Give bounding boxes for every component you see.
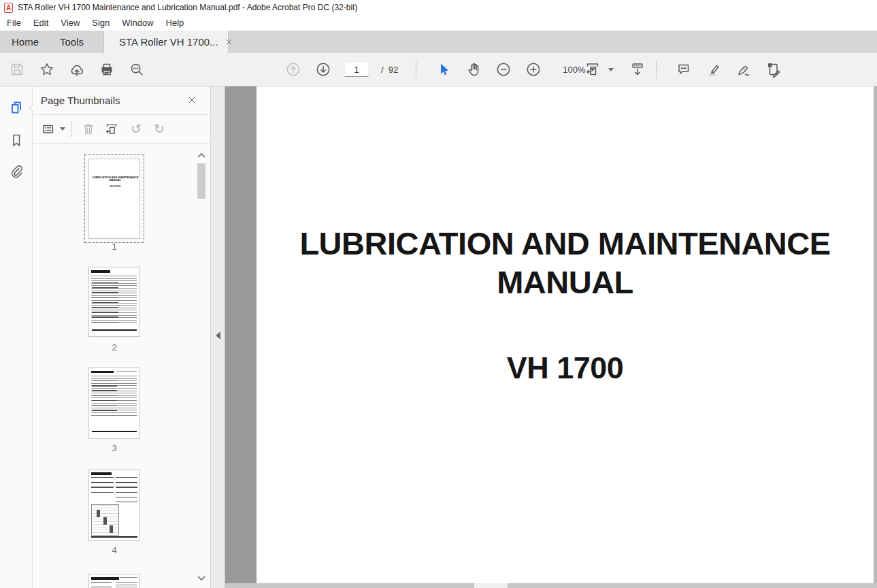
bookmarks-icon[interactable] <box>5 129 28 152</box>
hand-tool-icon[interactable] <box>462 58 485 81</box>
thumbnail-page-5[interactable] <box>88 574 140 588</box>
panel-scrollbar-thumb[interactable] <box>197 163 205 199</box>
panel-header: Page Thumbnails <box>33 86 210 114</box>
mini-doc-title: LUBRICATION AND MAINTENANCE MANUAL <box>89 176 142 182</box>
thumbnail-page-1-preview: LUBRICATION AND MAINTENANCE MANUAL VH 17… <box>88 159 140 239</box>
document-page[interactable]: LUBRICATION AND MAINTENANCE MANUAL VH 17… <box>257 86 874 583</box>
acrobat-app-icon <box>4 3 13 13</box>
thumbnail-page-2[interactable] <box>88 267 140 337</box>
rotate-ccw-icon[interactable]: ↺ <box>126 119 146 140</box>
edit-pdf-icon[interactable] <box>762 58 785 81</box>
navigation-rail <box>0 86 33 588</box>
collapse-panel-icon[interactable] <box>216 331 220 340</box>
thumbnail-label-1: 1 <box>33 242 196 252</box>
attachments-icon[interactable] <box>5 160 28 183</box>
thumbnail-list: LUBRICATION AND MAINTENANCE MANUAL VH 17… <box>33 144 211 588</box>
body: Page Thumbnails ↺ <box>0 86 877 588</box>
tab-document[interactable]: STA Roller VH 1700... <box>103 31 229 53</box>
thumbnail-page-1[interactable]: LUBRICATION AND MAINTENANCE MANUAL VH 17… <box>84 154 144 243</box>
tab-bar: Home Tools STA Roller VH 1700... <box>0 31 877 53</box>
thumbnail-label-4: 4 <box>33 545 196 555</box>
scroll-down-icon[interactable] <box>196 573 207 581</box>
chevron-down-icon[interactable] <box>60 127 65 131</box>
thumbnails-toolbar: ↺ ↻ <box>38 115 205 143</box>
comment-icon[interactable] <box>672 58 695 81</box>
title-bar: STA Roller VH 1700 Maintenance and Lubri… <box>0 0 877 15</box>
scroll-mode-icon[interactable] <box>626 58 649 81</box>
highlight-icon[interactable] <box>702 58 725 81</box>
panel-title: Page Thumbnails <box>41 95 120 106</box>
zoom-in-icon[interactable] <box>522 58 545 81</box>
menu-help[interactable]: Help <box>160 16 191 29</box>
toolbar-divider <box>656 61 657 79</box>
tab-tools[interactable]: Tools <box>60 31 84 53</box>
zoom-out-icon[interactable] <box>492 58 515 81</box>
options-icon[interactable] <box>38 119 59 140</box>
fit-width-icon[interactable] <box>581 58 604 81</box>
tab-home[interactable]: Home <box>12 31 39 53</box>
page-count-label: / 92 <box>381 65 398 75</box>
thumbnail-label-2: 2 <box>33 342 196 353</box>
tab-close-icon[interactable] <box>225 37 233 48</box>
tab-document-label: STA Roller VH 1700... <box>119 36 218 48</box>
crop-pages-icon[interactable] <box>101 119 122 140</box>
chevron-down-icon[interactable] <box>608 68 614 71</box>
panel-close-icon[interactable] <box>184 92 200 108</box>
menu-view[interactable]: View <box>54 16 86 29</box>
upload-cloud-icon[interactable] <box>65 58 88 81</box>
thumbnail-page-4[interactable] <box>88 470 140 541</box>
search-icon[interactable] <box>125 58 148 81</box>
menu-window[interactable]: Window <box>116 16 159 29</box>
previous-page-icon[interactable] <box>282 58 305 81</box>
menu-sign[interactable]: Sign <box>86 16 116 29</box>
print-icon[interactable] <box>95 58 118 81</box>
page-number-input[interactable] <box>344 62 369 77</box>
menu-bar: File Edit View Sign Window Help <box>0 15 877 31</box>
toolbar-divider <box>416 61 416 79</box>
document-title: LUBRICATION AND MAINTENANCE MANUAL <box>278 224 853 301</box>
rotate-cw-icon[interactable]: ↻ <box>149 119 169 140</box>
star-favorites-icon[interactable] <box>35 58 59 81</box>
menu-file[interactable]: File <box>1 16 27 29</box>
vertical-scrollbar[interactable] <box>874 86 877 583</box>
select-tool-icon[interactable] <box>432 58 455 81</box>
horizontal-scrollbar[interactable] <box>225 583 877 588</box>
page-thumbnails-icon[interactable] <box>5 96 28 119</box>
thumbnail-page-3[interactable] <box>88 368 140 439</box>
main-toolbar: / 92 100% <box>0 53 877 86</box>
acrobat-window: STA Roller VH 1700 Maintenance and Lubri… <box>0 0 877 588</box>
fill-sign-icon[interactable] <box>732 58 755 81</box>
page-thumbnails-panel: Page Thumbnails ↺ <box>33 86 211 588</box>
divider <box>71 121 72 137</box>
mini-doc-model: VH 1700 <box>89 185 142 189</box>
panel-splitter[interactable] <box>211 86 225 588</box>
document-area: LUBRICATION AND MAINTENANCE MANUAL VH 17… <box>225 86 877 588</box>
menu-edit[interactable]: Edit <box>27 16 54 29</box>
window-title: STA Roller VH 1700 Maintenance and Lubri… <box>18 3 357 12</box>
save-icon[interactable] <box>5 58 29 81</box>
scroll-up-icon[interactable] <box>196 150 207 158</box>
document-model: VH 1700 <box>257 350 874 386</box>
horizontal-scrollbar-thumb[interactable] <box>474 583 508 588</box>
delete-pages-icon[interactable] <box>78 119 99 140</box>
next-page-icon[interactable] <box>312 58 335 81</box>
thumbnail-label-3: 3 <box>33 443 196 453</box>
